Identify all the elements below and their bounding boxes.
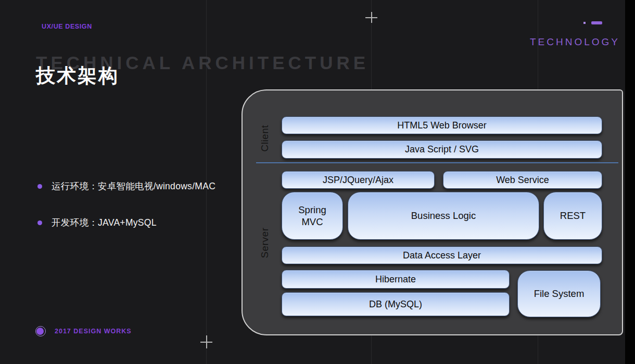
box-jsp-jquery-ajax: JSP/JQuery/Ajax: [282, 171, 435, 189]
box-business-logic: Business Logic: [348, 192, 539, 240]
eyebrow-label: UX/UE DESIGN: [42, 23, 92, 30]
bullet-dot-icon: [37, 184, 42, 189]
box-javascript-svg: Java Script / SVG: [282, 140, 602, 159]
slide: UX/UE DESIGN TECHNICAL ARCHITECTURE 技术架构…: [0, 0, 635, 364]
bullet-dot-icon: [37, 220, 42, 225]
footer: 2017 DESIGN WORKS: [35, 326, 132, 336]
page-title: 技术架构: [36, 63, 119, 89]
box-html5-web-browser: HTML5 Web Browser: [282, 116, 602, 134]
box-rest: REST: [543, 192, 602, 240]
architecture-panel: Client Server HTML5 Web Browser Java Scr…: [242, 89, 623, 335]
corner-label: TECHNOLOGY: [530, 36, 620, 48]
eclipse-circle-icon: [35, 326, 46, 336]
bullet-text: 开发环境：JAVA+MySQL: [52, 216, 157, 229]
box-data-access-layer: Data Access Layer: [282, 246, 602, 264]
box-spring-mvc: Spring MVC: [282, 192, 343, 240]
list-item: 运行环境：安卓智能电视/windows/MAC: [37, 180, 215, 192]
list-item: 开发环境：JAVA+MySQL: [37, 216, 157, 229]
box-web-service: Web Service: [443, 171, 602, 189]
box-file-system: File System: [517, 270, 601, 317]
box-db-mysql: DB (MySQL): [282, 292, 510, 316]
corner-dot-icon: [583, 22, 586, 24]
corner-dash-icon: [591, 21, 602, 24]
client-section-label: Client: [259, 112, 271, 164]
footer-label: 2017 DESIGN WORKS: [55, 328, 132, 335]
box-hibernate: Hibernate: [282, 270, 510, 289]
client-server-divider: [256, 162, 618, 163]
server-section-label: Server: [259, 217, 271, 269]
bullet-text: 运行环境：安卓智能电视/windows/MAC: [52, 180, 215, 192]
offslide-band: [625, 0, 635, 364]
